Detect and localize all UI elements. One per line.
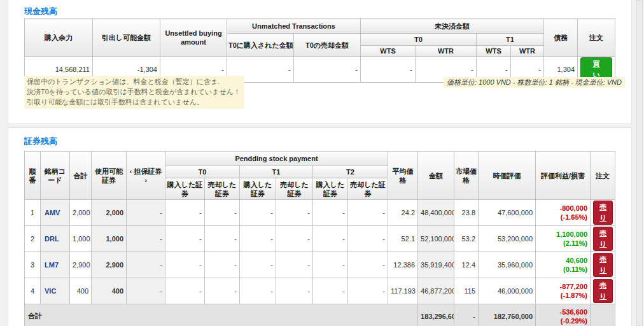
t2-bought: - xyxy=(313,278,348,304)
avg-price: 24.2 xyxy=(388,200,418,226)
sell-button[interactable]: 売り xyxy=(593,279,613,303)
unit-note: 価格単位: 1000 VND - 株数単位: 1 銘柄 - 現金単位: VND xyxy=(444,77,625,88)
col-t0-bought: 購入した証券 xyxy=(165,178,205,200)
avg-price: 12.386 xyxy=(388,252,418,278)
available-qty: 1,000 xyxy=(92,226,127,252)
table-row: 3 LM7 2,900 2,900 - - - - - - - 12.386 3… xyxy=(25,252,615,278)
col-t1-wts: WTS xyxy=(477,46,511,57)
vertical-scrollbar[interactable] xyxy=(636,0,643,326)
col-withdrawable: 引出し可能金額 xyxy=(93,19,160,57)
collateral-qty: - xyxy=(127,200,165,226)
col-t1: T1 xyxy=(240,166,313,178)
col-t0-bought: T0に購入された金額 xyxy=(227,34,294,57)
t0-wts-value: - xyxy=(361,57,416,83)
col-t2: T2 xyxy=(313,166,388,178)
t0-bought: - xyxy=(165,200,205,226)
securities-balance-table: 順番 銘柄コード 合計 使用可能証券 ‹ 担保証券 › Pendding sto… xyxy=(24,151,615,326)
sell-button[interactable]: 売り xyxy=(593,227,613,251)
collateral-qty: - xyxy=(127,226,165,252)
col-market-price: 市場価格 xyxy=(454,152,479,200)
collateral-qty: - xyxy=(127,278,165,304)
market-value: 53,200,000 xyxy=(479,226,536,252)
t0-sold-value: - xyxy=(294,57,361,83)
t1-bought: - xyxy=(240,226,276,252)
col-t0-wts: WTS xyxy=(361,46,416,57)
total-amount: 183,296,600 xyxy=(418,304,454,326)
profit-loss: 40,600(0.11%) xyxy=(536,252,591,278)
market-value: 47,600,000 xyxy=(479,200,536,226)
securities-balance-title: 証券残高 xyxy=(24,136,57,147)
total-qty: 400 xyxy=(70,278,92,304)
t0-sold: - xyxy=(205,226,240,252)
col-profit-loss: 評価利益/損害 xyxy=(536,152,591,200)
col-no: 順番 xyxy=(25,152,41,200)
stock-code-link[interactable]: LM7 xyxy=(41,252,70,278)
total-qty: 2,000 xyxy=(70,200,92,226)
row-no: 1 xyxy=(25,200,41,226)
market-price: 115 xyxy=(454,278,479,304)
t2-bought: - xyxy=(313,200,348,226)
col-t2-sold: 売却した証券 xyxy=(348,178,388,200)
col-collateral[interactable]: ‹ 担保証券 › xyxy=(127,152,165,200)
total-qty: 2,900 xyxy=(70,252,92,278)
t1-sold: - xyxy=(276,200,313,226)
t2-bought: - xyxy=(313,226,348,252)
cash-balance-panel: 現金残高 購入余力 引出し可能金額 Unsettled buying amoun… xyxy=(8,0,632,124)
col-t2-bought: 購入した証券 xyxy=(313,178,348,200)
col-total: 合計 xyxy=(70,152,92,200)
col-t0: T0 xyxy=(361,34,477,46)
col-pending-stock-payment: Pendding stock payment xyxy=(165,152,388,166)
col-unsettled-buying: Unsettled buying amount xyxy=(160,19,227,57)
total-row: 合計 183,296,600 - 182,760,000 -536,600(-0… xyxy=(25,304,615,326)
cash-balance-title: 現金残高 xyxy=(24,6,57,17)
table-row: 1 AMV 2,000 2,000 - - - - - - - 24.2 48,… xyxy=(25,200,615,226)
note-line: 保留中のトランザクション値は、料金と税金（暫定）に含ま. xyxy=(27,76,241,87)
profit-loss: -800,000(-1.65%) xyxy=(536,200,591,226)
available-qty: 400 xyxy=(92,278,127,304)
cash-notes: 保留中のトランザクション値は、料金と税金（暫定）に含ま. 決済T0を待っている値… xyxy=(24,76,244,109)
t2-bought: - xyxy=(313,252,348,278)
available-qty: 2,900 xyxy=(92,252,127,278)
amount: 48,400,000 xyxy=(418,200,454,226)
stock-code-link[interactable]: AMV xyxy=(41,200,70,226)
avg-price: 117.193 xyxy=(388,278,418,304)
total-profit-loss: -536,600(-0.29%) xyxy=(536,304,591,326)
row-no: 2 xyxy=(25,226,41,252)
t1-bought: - xyxy=(240,200,276,226)
col-market-value: 時価評価 xyxy=(479,152,536,200)
sell-button[interactable]: 売り xyxy=(593,253,613,277)
total-market-price: - xyxy=(454,304,479,326)
amount: 52,100,000 xyxy=(418,226,454,252)
stock-code-link[interactable]: VIC xyxy=(41,278,70,304)
total-qty: 1,000 xyxy=(70,226,92,252)
col-available: 使用可能証券 xyxy=(92,152,127,200)
amount: 35,919,400 xyxy=(418,252,454,278)
table-row: 4 VIC 400 400 - - - - - - - 117.193 46,8… xyxy=(25,278,615,304)
profit-loss: -877,200(-1.87%) xyxy=(536,278,591,304)
t1-bought: - xyxy=(240,278,276,304)
col-t0-sold: 売却した証券 xyxy=(205,178,240,200)
col-unmatched-transactions: Unmatched Transactions xyxy=(227,19,361,34)
t0-sold: - xyxy=(205,252,240,278)
col-buying-power: 購入余力 xyxy=(25,19,93,57)
cash-balance-table: 購入余力 引出し可能金額 Unsettled buying amount Unm… xyxy=(24,18,615,83)
available-qty: 2,000 xyxy=(92,200,127,226)
t0-bought: - xyxy=(165,252,205,278)
sell-button[interactable]: 売り xyxy=(593,201,613,225)
securities-balance-panel: 証券残高 順番 銘柄コード 合計 使用可能証券 ‹ 担保証券 › Penddin… xyxy=(8,127,632,326)
table-row: 2 DRL 1,000 1,000 - - - - - - - 52.1 52,… xyxy=(25,226,615,252)
t0-sold: - xyxy=(205,200,240,226)
t0-bought: - xyxy=(165,278,205,304)
total-market-value: 182,760,000 xyxy=(479,304,536,326)
collateral-qty: - xyxy=(127,252,165,278)
t0-bought: - xyxy=(165,226,205,252)
col-amount: 金額 xyxy=(418,152,454,200)
col-stock-code: 銘柄コード xyxy=(41,152,70,200)
col-order: 注文 xyxy=(578,19,615,57)
avg-price: 52.1 xyxy=(388,226,418,252)
amount: 46,877,200 xyxy=(418,278,454,304)
t1-sold: - xyxy=(276,226,313,252)
market-value: 46,000,000 xyxy=(479,278,536,304)
stock-code-link[interactable]: DRL xyxy=(41,226,70,252)
col-debt: 債務 xyxy=(544,19,578,57)
